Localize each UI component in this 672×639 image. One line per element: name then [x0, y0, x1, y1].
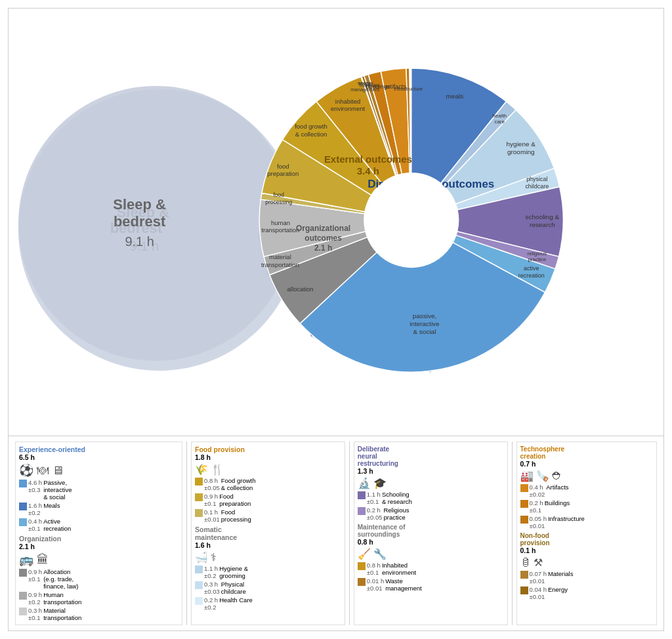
- hygiene-val: 1.1 h±0.2: [204, 565, 218, 579]
- deliberate-title3: restructuring: [358, 460, 504, 467]
- inhabited-row: 0.8 h±0.1 Inhabitedenvironment: [358, 562, 504, 576]
- chart-area: Sleep & bedrest 9.1 h: [9, 24, 663, 436]
- health-swatch: [195, 597, 203, 605]
- health-val: 0.2 h±0.2: [204, 596, 218, 611]
- energy-label: Energy: [548, 586, 568, 600]
- somatic-hours: 1.6 h: [195, 541, 341, 549]
- svg-text:preparation: preparation: [267, 170, 299, 177]
- nonfood-icons: 🛢 ⚒: [520, 556, 654, 569]
- nonfood-title: Non-food: [520, 532, 654, 539]
- exp-icons: ⚽ 🍽 🖥: [19, 463, 178, 478]
- svg-text:processing: processing: [265, 199, 292, 205]
- svg-text:health: health: [492, 113, 507, 119]
- svg-text:interactive: interactive: [410, 320, 440, 327]
- deliberate-title2: neural: [358, 453, 504, 460]
- phys-child-val: 0.3 h±0.03: [204, 581, 220, 595]
- svg-text:3.4 h: 3.4 h: [357, 165, 379, 176]
- somatic-icons: 🛁 ⚕: [195, 551, 341, 564]
- energy-row: 0.04 h±0.01 Energy: [520, 586, 654, 600]
- svg-text:care: care: [494, 119, 505, 125]
- passive-label: Passive,interactive& social: [43, 479, 72, 501]
- somatic-title2: maintenance: [195, 533, 341, 541]
- inhabited-val: 0.8 h±0.1: [367, 562, 381, 576]
- food-growth-label: Food growth& collection: [221, 477, 256, 491]
- techno-icons: 🏭 🪚 ⛑: [520, 470, 654, 482]
- legend: Experience-oriented 6.5 h ⚽ 🍽 🖥 4.6 h±0.…: [9, 436, 663, 630]
- deliberate-title: Deliberate: [358, 445, 504, 453]
- mat-trans-swatch: [19, 608, 27, 615]
- svg-text:& social: & social: [413, 328, 436, 335]
- food-prov-title: Food provision: [195, 445, 341, 453]
- mat-trans-val: 0.3 h±0.1: [28, 607, 42, 621]
- legend-col-1: Experience-oriented 6.5 h ⚽ 🍽 🖥 4.6 h±0.…: [15, 442, 182, 625]
- food-proc-val: 0.1 h±0.01: [204, 508, 220, 523]
- legend-col-3: Deliberate neural restructuring 1.3 h 🔬 …: [354, 442, 508, 625]
- svg-text:meals: meals: [446, 93, 464, 100]
- main-container: Sleep & bedrest 9.1 h: [8, 8, 664, 631]
- passive-swatch: [19, 480, 27, 487]
- org-title: Organization: [19, 535, 178, 543]
- svg-text:External outcomes: External outcomes: [324, 154, 412, 165]
- food-growth-val: 0.8 h±0.05: [204, 477, 220, 491]
- svg-text:outcomes: outcomes: [304, 234, 342, 243]
- materials-row: 0.07 h±0.01 Materials: [520, 570, 654, 585]
- main-chart-svg: mealshealthcarehygiene &groomingphysical…: [9, 24, 663, 436]
- svg-text:transportation: transportation: [261, 226, 299, 234]
- svg-text:9.1 h: 9.1 h: [125, 234, 154, 249]
- food-prep-val: 0.9 h±0.1: [204, 493, 218, 507]
- energy-swatch: [520, 587, 528, 594]
- religious-swatch: [358, 507, 366, 515]
- alloc-val: 0.9 h±0.1: [28, 568, 42, 590]
- food-prep-swatch: [195, 493, 203, 501]
- alloc-swatch: [19, 569, 27, 577]
- infra-label: Infrastructure: [548, 515, 585, 529]
- buildings-row: 0.2 h±0.1 Buildings: [520, 499, 654, 514]
- buildings-swatch: [520, 500, 528, 508]
- active-rec-row: 0.4 h±0.1 Activerecreation: [19, 518, 178, 532]
- religious-label: Religiouspractice: [383, 506, 409, 521]
- svg-text:hygiene &: hygiene &: [507, 140, 536, 148]
- artifacts-swatch: [520, 484, 528, 492]
- health-care-row: 0.2 h±0.2 Health Care: [195, 596, 341, 611]
- alloc-label: Allocation(e.g. trade,finance, law): [43, 568, 78, 590]
- svg-text:inhabited: inhabited: [335, 98, 360, 105]
- svg-text:childcare: childcare: [525, 183, 549, 190]
- human-trans-label: Humantransportation: [43, 591, 81, 606]
- food-prep-label: Foodpreparation: [219, 493, 251, 507]
- food-icons: 🌾 🍴: [195, 463, 341, 476]
- human-trans-row: 0.9 h±0.2 Humantransportation: [19, 591, 178, 606]
- somatic-title: Somatic: [195, 526, 341, 533]
- artifacts-val: 0.4 h±0.02: [530, 484, 545, 498]
- svg-point-47: [364, 173, 459, 268]
- svg-text:food: food: [277, 163, 289, 170]
- title-area: [9, 9, 663, 24]
- svg-text:Organizational: Organizational: [296, 224, 350, 233]
- inhabited-swatch: [358, 562, 366, 570]
- meals-label: Meals: [43, 502, 60, 516]
- materials-label: Materials: [548, 570, 574, 585]
- mat-trans-label: Materialtransportation: [43, 607, 81, 621]
- active-label: Activerecreation: [43, 518, 71, 532]
- food-prep-row: 0.9 h±0.1 Foodpreparation: [195, 493, 341, 507]
- food-prov-hours: 1.8 h: [195, 453, 341, 461]
- svg-text:recreation: recreation: [518, 272, 545, 279]
- hygiene-swatch: [195, 566, 203, 573]
- infra-val: 0.05 h±0.01: [530, 515, 547, 529]
- active-val: 0.4 h±0.1: [28, 518, 42, 532]
- maint-icons: 🧹 🔧: [358, 548, 504, 560]
- schooling-label: Schooling& research: [382, 491, 412, 505]
- schooling-row: 1.1 h±0.1 Schooling& research: [358, 491, 504, 505]
- svg-text:religious: religious: [527, 251, 547, 257]
- meals-legend-row: 1.6 h±0.2 Meals: [19, 502, 178, 516]
- schooling-val: 1.1 h±0.1: [367, 491, 381, 505]
- buildings-label: Buildings: [545, 499, 570, 514]
- svg-text:schooling &: schooling &: [526, 213, 560, 220]
- divider-3: [512, 442, 513, 625]
- phys-child-label: Physicalchildcare: [221, 581, 246, 595]
- passive-val: 4.6 h±0.3: [28, 479, 42, 501]
- techno-title2: creation: [520, 453, 654, 460]
- svg-text:grooming: grooming: [507, 148, 535, 155]
- waste-val: 0.01 h±0.01: [367, 577, 384, 592]
- org-icons: 🚌 🏛: [19, 552, 178, 567]
- food-proc-swatch: [195, 509, 203, 517]
